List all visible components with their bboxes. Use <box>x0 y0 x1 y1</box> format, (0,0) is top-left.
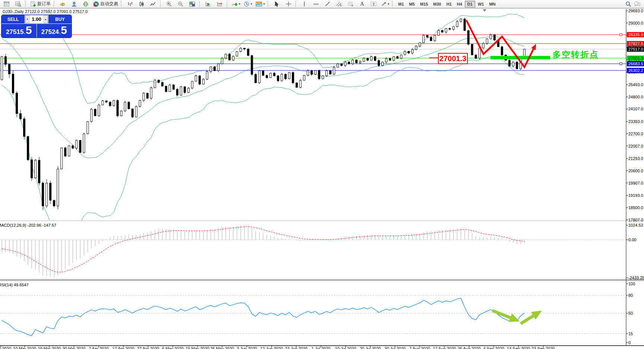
toolbar-separator <box>227 1 229 7</box>
rsi-arrow-annotations <box>492 311 539 324</box>
new-chart-button[interactable] <box>1 0 12 8</box>
svg-text:15 May 2020: 15 May 2020 <box>185 346 209 349</box>
indicators-button[interactable]: ▾ <box>230 0 242 8</box>
terminal-person-icon <box>71 1 77 7</box>
svg-text:6 May 2020: 6 May 2020 <box>162 346 183 349</box>
chat-icon[interactable] <box>634 1 641 7</box>
channel-tool-button[interactable]: E <box>333 0 345 8</box>
svg-text:27827.5: 27827.5 <box>628 41 643 46</box>
svg-text:24107.0: 24107.0 <box>628 107 643 111</box>
sell-button[interactable]: SELL <box>1 15 25 23</box>
horizontal-line-icon <box>313 2 319 6</box>
search-icon[interactable] <box>625 1 631 7</box>
svg-text:50: 50 <box>628 311 633 315</box>
templates-button[interactable]: ▾ <box>254 0 266 8</box>
price-axis[interactable]: 29693.029000.028307.027614.026921.026207… <box>626 9 644 222</box>
toolbar-separator <box>199 1 201 7</box>
chart-profiles-button[interactable] <box>13 0 24 8</box>
chart-title: DJ30-,Daily 27122.0 27597.0 27091.0 2751… <box>3 9 88 14</box>
expert-advisors-button[interactable] <box>57 0 68 8</box>
volume-input[interactable] <box>29 15 44 23</box>
svg-text:18500.0: 18500.0 <box>628 205 643 210</box>
chart-canvas[interactable]: 29693.029000.028307.027614.026921.026207… <box>0 0 644 349</box>
timeframe-H4[interactable]: H4 <box>454 1 465 7</box>
macd-histogram <box>2 225 524 278</box>
auto-scroll-button[interactable] <box>203 0 214 8</box>
timeframe-M1[interactable]: M1 <box>396 1 406 7</box>
svg-text:23 Sep 2020: 23 Sep 2020 <box>532 346 555 349</box>
buy-price-dot: . <box>59 30 60 35</box>
svg-text:22007.0: 22007.0 <box>628 144 643 148</box>
svg-text:22700.0: 22700.0 <box>628 132 643 136</box>
line-chart-button[interactable] <box>147 0 159 8</box>
timeframe-D1[interactable]: D1 <box>465 1 475 7</box>
toolbar-separator <box>392 1 394 7</box>
bollinger-bands <box>2 0 524 235</box>
timeframe-M15[interactable]: M15 <box>418 1 431 7</box>
arrows-tool-button[interactable]: ▾ <box>380 0 391 8</box>
indicators-dropdown-caret: ▾ <box>239 2 240 6</box>
svg-text:27001.3: 27001.3 <box>628 56 643 60</box>
volume-decrease-button[interactable]: ▼ <box>25 15 29 23</box>
svg-text:0: 0 <box>628 340 631 345</box>
buy-button[interactable]: BUY <box>48 15 72 23</box>
zoom-in-button[interactable] <box>164 0 175 8</box>
svg-text:10 Mar 2020: 10 Mar 2020 <box>13 346 36 349</box>
svg-text:23393.0: 23393.0 <box>628 119 643 124</box>
clock-icon <box>244 1 250 7</box>
cursor-tool-button[interactable] <box>271 0 282 8</box>
text-tool-button[interactable]: A <box>356 0 368 8</box>
timeframe-M30[interactable]: M30 <box>431 1 444 7</box>
toolbar-separator <box>121 1 123 7</box>
timeframe-MN[interactable]: MN <box>486 1 498 7</box>
time-axis[interactable]: 2 Mar 202010 Mar 202019 Mar 202030 Mar 2… <box>0 346 555 349</box>
timeframe-W1[interactable]: W1 <box>475 1 487 7</box>
sell-price[interactable]: 27515 . 5 <box>1 24 37 38</box>
crosshair-tool-button[interactable] <box>283 0 294 8</box>
fibonacci-tool-button[interactable]: F <box>345 0 356 8</box>
timeframe-H1[interactable]: H1 <box>444 1 454 7</box>
periods-button[interactable]: ▾ <box>242 0 254 8</box>
zoom-out-button[interactable] <box>175 0 186 8</box>
equidistant-channel-icon: E <box>336 1 342 7</box>
indicators-plus-icon <box>232 1 238 7</box>
svg-text:25493.0: 25493.0 <box>628 82 643 87</box>
autotrading-button[interactable]: 自动交易 <box>92 0 120 8</box>
terminal-button[interactable] <box>69 0 80 8</box>
svg-text:17807.0: 17807.0 <box>628 218 643 222</box>
toolbar-separator <box>295 1 297 7</box>
timeframe-M5[interactable]: M5 <box>406 1 417 7</box>
templates-dropdown-caret: ▾ <box>263 2 265 6</box>
chart-shift-icon <box>217 1 223 7</box>
rsi-line <box>2 298 524 336</box>
trading-terminal-window: 新订单 自动交易 <box>0 0 644 349</box>
svg-text:F: F <box>352 4 353 7</box>
svg-text:21293.0: 21293.0 <box>628 156 643 161</box>
rsi-label: RSI(14) 49.6547 <box>0 283 29 287</box>
new-order-icon <box>30 1 36 7</box>
svg-text:2 Mar 2020: 2 Mar 2020 <box>0 346 11 349</box>
buy-price[interactable]: 27524 . 5 <box>37 24 72 38</box>
svg-text:-2433.25: -2433.25 <box>628 276 644 280</box>
chart-shift-button[interactable] <box>214 0 225 8</box>
new-order-button[interactable]: 新订单 <box>29 0 52 8</box>
sell-price-int: 27515 <box>6 28 23 36</box>
macd-label: MACD(12,26,9) -202.96 -147.57 <box>0 223 56 227</box>
toolbar-separator <box>54 1 55 7</box>
svg-text:23 Jun 2020: 23 Jun 2020 <box>285 346 308 349</box>
tile-windows-button[interactable] <box>187 0 198 8</box>
bar-chart-button[interactable] <box>124 0 136 8</box>
zoom-in-icon <box>166 1 172 7</box>
horizontal-line-tool-button[interactable] <box>310 0 321 8</box>
line-chart-icon <box>150 1 156 7</box>
trendline-tool-button[interactable] <box>322 0 333 8</box>
svg-text:25 May 2020: 25 May 2020 <box>210 346 234 349</box>
crosshair-icon <box>286 1 291 7</box>
autotrading-label: 自动交易 <box>100 1 118 7</box>
volume-increase-button[interactable]: ▲ <box>44 15 48 23</box>
market-signals-button[interactable] <box>80 0 91 8</box>
vertical-line-tool-button[interactable] <box>299 0 310 8</box>
candlestick-chart-button[interactable] <box>136 0 147 8</box>
label-tool-button[interactable]: T <box>368 0 379 8</box>
bar-chart-icon <box>127 1 133 7</box>
